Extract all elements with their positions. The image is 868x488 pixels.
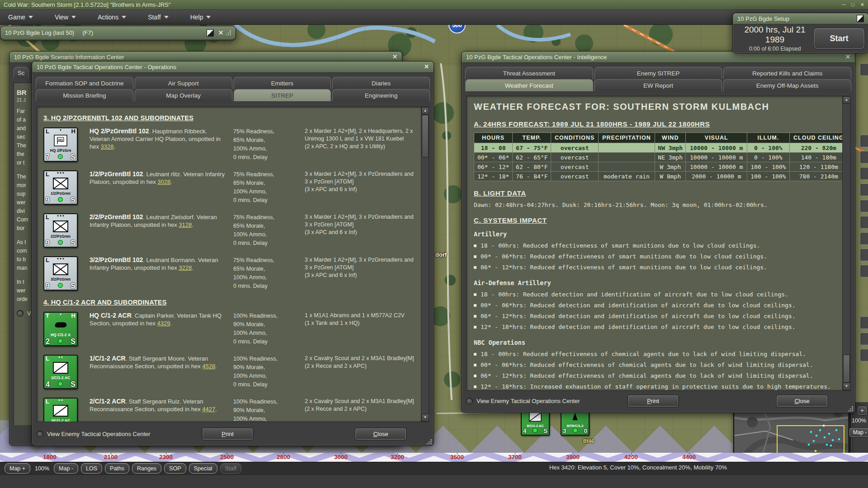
- map-tool-button[interactable]: [860, 349, 868, 361]
- minimize-icon[interactable]: ─: [842, 2, 845, 8]
- view-enemy-toc-checkbox[interactable]: [37, 431, 43, 437]
- tab-enemy-off-map-assets[interactable]: Enemy Off-Map Assets: [723, 79, 851, 91]
- counter-type-indicator: H: [71, 313, 75, 319]
- unit-counter-hq-2-pzgre[interactable]: LHHQHQ 2/PzGre7S: [43, 127, 78, 162]
- map-tool-button[interactable]: [860, 135, 868, 147]
- scenario-checkbox[interactable]: [17, 310, 24, 317]
- tab-weather-forecast[interactable]: Weather Forecast: [465, 79, 593, 91]
- setup-panel-titlebar[interactable]: 10 PzG Bgde Setup: [733, 13, 868, 24]
- unit-counter-1-c-1-2-ac[interactable]: L1/C/1-2 AC4S: [43, 355, 78, 389]
- tab-engineering[interactable]: Engineering: [332, 89, 430, 101]
- statusbar-button-map[interactable]: Map -: [54, 463, 78, 474]
- maximize-icon[interactable]: □: [851, 2, 854, 8]
- weather-cell: NE 3mph: [655, 153, 686, 162]
- print-button[interactable]: Print: [202, 428, 254, 440]
- minimap-zoom-in-button[interactable]: +: [857, 406, 867, 415]
- scroll-down-icon[interactable]: ▼: [421, 414, 429, 422]
- resize-grip-icon[interactable]: [226, 30, 231, 35]
- menu-staff[interactable]: Staff: [145, 12, 171, 22]
- menu-label: Help: [190, 14, 203, 21]
- weather-scrollbar[interactable]: ▲ ▼: [842, 96, 850, 390]
- tab-threat-assessment[interactable]: Threat Assessment: [465, 67, 593, 79]
- tab-sitrep[interactable]: SITREP: [234, 89, 331, 101]
- tab-diaries[interactable]: Diaries: [332, 77, 430, 89]
- scroll-up-icon[interactable]: ▲: [421, 107, 429, 115]
- tab-emitters[interactable]: Emitters: [234, 77, 331, 89]
- hex-link[interactable]: 4528: [202, 363, 215, 370]
- print-button[interactable]: Print: [627, 395, 679, 407]
- statusbar-button-special[interactable]: Special: [189, 463, 217, 474]
- map-tool-button[interactable]: [860, 265, 868, 277]
- menu-help[interactable]: Help: [188, 12, 214, 22]
- map-tool-button[interactable]: [860, 167, 868, 180]
- scroll-up-icon[interactable]: ▲: [843, 96, 850, 104]
- close-icon[interactable]: ✕: [392, 54, 397, 60]
- intelligence-footer: View Enemy Tactical Operations Center Pr…: [466, 393, 850, 409]
- menu-view[interactable]: View: [52, 12, 79, 22]
- statusbar-button-los[interactable]: LOS: [81, 463, 102, 474]
- map-tool-button[interactable]: [860, 151, 868, 164]
- close-icon[interactable]: ✕: [845, 54, 850, 60]
- tab-ew-report[interactable]: EW Report: [594, 79, 722, 91]
- expand-icon[interactable]: [857, 15, 864, 22]
- counter-state: S: [71, 196, 75, 204]
- close-icon[interactable]: ✕: [424, 64, 429, 70]
- hex-link[interactable]: 4329: [157, 320, 170, 327]
- minimap-zoom-out-button[interactable]: Map -: [849, 427, 868, 437]
- unit-counter-3-2-pzgren[interactable]: L3/2/PzGren9S: [43, 256, 78, 291]
- hex-link[interactable]: 3328: [101, 143, 114, 150]
- map-tool-button[interactable]: [860, 333, 868, 345]
- tab-mission-briefing[interactable]: Mission Briefing: [36, 89, 133, 101]
- weather-cell: 2000 - 10000 m: [686, 172, 747, 181]
- map-tool-button[interactable]: [860, 63, 868, 76]
- start-button[interactable]: Start: [813, 28, 865, 49]
- map-tool-button[interactable]: [860, 200, 868, 212]
- view-enemy-toc-checkbox[interactable]: [466, 398, 473, 404]
- unit-counter-2-c-1-2-ac[interactable]: L2/C/1-2 AC4S: [43, 398, 78, 422]
- menu-actions[interactable]: Actions: [95, 12, 129, 22]
- statusbar-button-ranges[interactable]: Ranges: [132, 463, 161, 474]
- hex-link[interactable]: 4427: [202, 406, 215, 413]
- close-icon[interactable]: ✕: [860, 2, 864, 8]
- resize-grip-icon[interactable]: [848, 406, 853, 411]
- map-tool-button[interactable]: [860, 316, 868, 329]
- sitrep-section-heading: 3. HQ 2/PZGRENBTL 102 AND SUBORDINATES: [43, 114, 416, 122]
- recon-symbol-icon: [52, 404, 69, 417]
- sitrep-scrollbar[interactable]: ▲ ▼: [421, 107, 429, 422]
- map-tool-button[interactable]: [860, 232, 868, 245]
- operations-window-titlebar[interactable]: 10 PzG Bgde Tactical Operations Center -…: [32, 61, 434, 73]
- tab-map-overlay[interactable]: Map Overlay: [135, 89, 232, 101]
- tab-formation-sop-and-doctrine[interactable]: Formation SOP and Doctrine: [36, 77, 133, 89]
- close-button[interactable]: Close: [776, 395, 828, 407]
- unit-counter-hq-c-1-2-a[interactable]: THHQ C/1-2 A2S: [43, 312, 78, 346]
- map-tool-button[interactable]: [860, 216, 868, 229]
- log-window-titlebar[interactable]: 10 PzG Bgde Log (last 50) (F7) ✕: [0, 26, 236, 40]
- menu-game[interactable]: Game: [5, 12, 36, 22]
- statusbar-button-map[interactable]: Map +: [5, 463, 30, 474]
- tab-reported-kills-and-claims[interactable]: Reported Kills and Claims: [723, 67, 851, 79]
- unit-counter-2-2-pzgren[interactable]: L2/2/PzGren9S: [43, 213, 78, 248]
- map-tool-button[interactable]: [860, 249, 868, 261]
- weather-cell: overcast: [551, 162, 599, 172]
- hex-link[interactable]: 3028: [157, 178, 170, 185]
- weather-column-header: CONDITIONS: [551, 133, 599, 143]
- scroll-down-icon[interactable]: ▼: [843, 383, 850, 390]
- close-button[interactable]: Close: [355, 428, 406, 440]
- weather-cell: moderate rain: [598, 172, 655, 181]
- expand-icon[interactable]: [207, 29, 214, 37]
- unit-counter-1-2-pzgren[interactable]: L1/2/PzGren9S: [43, 170, 78, 205]
- hex-link[interactable]: 3228: [179, 264, 192, 271]
- counter-label: HQ 2/PzGre: [44, 148, 77, 153]
- tab-enemy-sitrep[interactable]: Enemy SITREP: [594, 67, 722, 79]
- resize-grip-icon[interactable]: [427, 439, 432, 444]
- map-tool-button[interactable]: [860, 183, 868, 196]
- tab-air-support[interactable]: Air Support: [135, 77, 232, 89]
- counter-strength: 9: [46, 282, 50, 290]
- hex-link[interactable]: 3128: [179, 221, 192, 228]
- close-icon[interactable]: ✕: [218, 30, 223, 36]
- map-coordinate-ruler: 1800210023002500280030003200350037003900…: [0, 453, 868, 462]
- scenario-tab-stub[interactable]: Sc: [14, 67, 28, 78]
- statusbar-button-paths[interactable]: Paths: [105, 463, 129, 474]
- weather-cell: 140 - 180m: [789, 153, 843, 162]
- statusbar-button-sop[interactable]: SOP: [164, 463, 186, 474]
